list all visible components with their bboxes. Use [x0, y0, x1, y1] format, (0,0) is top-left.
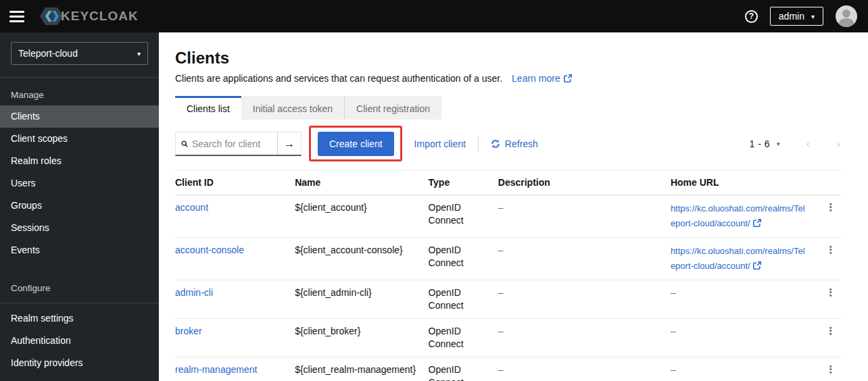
client-id-link[interactable]: admin-cli [175, 287, 213, 298]
section-label: Configure [0, 279, 159, 299]
client-id-link[interactable]: account-console [175, 245, 244, 255]
pagination-next-icon[interactable]: › [836, 138, 841, 150]
search-icon [181, 139, 188, 149]
client-description: – [498, 319, 671, 357]
toolbar-divider [478, 136, 479, 152]
sidebar-item-client-scopes[interactable]: Client scopes [0, 128, 159, 150]
kebab-menu-button[interactable]: ⋮ [825, 287, 836, 299]
sidebar-item-label: Clients [11, 111, 40, 122]
help-icon[interactable]: ? [745, 10, 758, 23]
sidebar-item-label: Identity providers [11, 357, 83, 368]
user-name: admin [779, 11, 804, 22]
toolbar: → Create client Import client Refresh 1 … [175, 129, 841, 159]
keycloak-logo: KEYCLOAK [38, 5, 139, 28]
sidebar-section-manage: Manage Clients Client scopes Realm roles… [0, 86, 159, 261]
sidebar-item-realm-roles[interactable]: Realm roles [0, 150, 159, 172]
masthead: KEYCLOAK ? admin ▾ [0, 0, 868, 32]
sidebar-section-configure: Configure Realm settings Authentication … [0, 279, 159, 374]
kebab-menu-button[interactable]: ⋮ [825, 202, 836, 213]
table-row: account ${client_account} OpenID Connect… [175, 195, 841, 238]
client-type: OpenID Connect [429, 195, 498, 238]
sidebar-item-label: Users [11, 178, 36, 188]
section-label: Manage [0, 86, 159, 105]
home-url-empty: – [671, 326, 676, 336]
external-link-icon [753, 261, 761, 270]
sidebar-item-label: Events [11, 245, 40, 255]
kebab-menu-button[interactable]: ⋮ [825, 245, 836, 256]
kebab-menu-button[interactable]: ⋮ [825, 326, 836, 337]
sidebar-item-label: Groups [11, 200, 42, 211]
home-url-link[interactable]: https://kc.oluoshati.com/realms/Teleport… [671, 244, 813, 274]
sidebar-item-label: Realm roles [11, 155, 62, 166]
sidebar-item-label: Sessions [11, 222, 49, 233]
pagination-prev-icon[interactable]: ‹ [806, 138, 811, 150]
column-header-actions [821, 170, 841, 195]
avatar[interactable] [836, 5, 857, 27]
import-client-link[interactable]: Import client [414, 138, 466, 149]
pagination-top: 1 - 6 ▾ ‹ › [750, 138, 841, 150]
sidebar-item-groups[interactable]: Groups [0, 195, 159, 217]
user-menu-dropdown[interactable]: admin ▾ [770, 7, 823, 26]
realm-selector-dropdown[interactable]: Teleport-cloud ▾ [11, 42, 148, 65]
sidebar-item-users[interactable]: Users [0, 172, 159, 195]
client-type: OpenID Connect [429, 238, 498, 280]
client-name: ${client_admin-cli} [295, 280, 428, 319]
sidebar-item-events[interactable]: Events [0, 239, 159, 261]
client-id-link[interactable]: realm-management [175, 364, 257, 375]
client-name: ${client_account} [295, 195, 428, 238]
chevron-down-icon: ▾ [137, 50, 141, 57]
table-row: account-console ${client_account-console… [175, 238, 841, 280]
tab-initial-access-token[interactable]: Initial access token [241, 96, 344, 120]
column-header-name[interactable]: Name [295, 170, 428, 195]
kebab-menu-button[interactable]: ⋮ [825, 364, 836, 376]
external-link-icon [564, 74, 572, 82]
client-type: OpenID Connect [429, 357, 498, 381]
main-content: Clients Clients are applications and ser… [159, 32, 868, 381]
hamburger-menu-icon[interactable] [9, 11, 24, 22]
create-client-button[interactable]: Create client [318, 132, 394, 156]
client-id-link[interactable]: broker [175, 326, 202, 336]
table-row: admin-cli ${client_admin-cli} OpenID Con… [175, 280, 841, 319]
search-input[interactable] [192, 138, 272, 149]
client-description: – [498, 357, 671, 381]
tab-bar: Clients list Initial access token Client… [175, 96, 841, 120]
search-group: → [175, 132, 302, 156]
sidebar: Teleport-cloud ▾ Manage Clients Client s… [0, 32, 159, 381]
client-name: ${client_account-console} [295, 238, 428, 280]
sidebar-item-sessions[interactable]: Sessions [0, 217, 159, 239]
pagination-dropdown-caret-icon[interactable]: ▾ [777, 141, 780, 147]
client-description: – [498, 238, 671, 280]
sidebar-item-authentication[interactable]: Authentication [0, 330, 159, 352]
pagination-range: 1 - 6 [750, 138, 771, 149]
client-name: ${client_broker} [295, 319, 428, 357]
sidebar-item-label: Realm settings [11, 313, 74, 324]
home-url-empty: – [671, 364, 676, 375]
client-name: ${client_realm-management} [295, 357, 428, 381]
search-submit-button[interactable]: → [277, 132, 301, 155]
sidebar-item-realm-settings[interactable]: Realm settings [0, 307, 159, 330]
column-header-home-url[interactable]: Home URL [671, 170, 821, 195]
sidebar-item-label: Client scopes [11, 133, 68, 144]
client-description: – [498, 280, 671, 319]
column-header-client-id[interactable]: Client ID [175, 170, 295, 195]
client-description: – [498, 195, 671, 238]
home-url-link[interactable]: https://kc.oluoshati.com/realms/Teleport… [671, 201, 813, 231]
table-row: broker ${client_broker} OpenID Connect –… [175, 319, 841, 357]
sidebar-item-identity-providers[interactable]: Identity providers [0, 352, 159, 374]
sidebar-item-clients[interactable]: Clients [0, 105, 159, 128]
client-id-link[interactable]: account [175, 202, 208, 213]
page-title: Clients [175, 49, 841, 68]
sidebar-item-label: Authentication [11, 335, 71, 346]
refresh-button[interactable]: Refresh [491, 138, 538, 149]
home-url-empty: – [671, 287, 676, 298]
page-description: Clients are applications and services th… [175, 73, 502, 84]
client-type: OpenID Connect [429, 319, 498, 357]
tab-clients-list[interactable]: Clients list [175, 96, 241, 120]
column-header-description[interactable]: Description [498, 170, 671, 195]
external-link-icon [753, 219, 761, 227]
learn-more-link[interactable]: Learn more [512, 73, 572, 84]
client-type: OpenID Connect [429, 280, 498, 319]
column-header-type[interactable]: Type [429, 170, 498, 195]
table-row: realm-management ${client_realm-manageme… [175, 357, 841, 381]
tab-client-registration[interactable]: Client registration [344, 96, 441, 120]
